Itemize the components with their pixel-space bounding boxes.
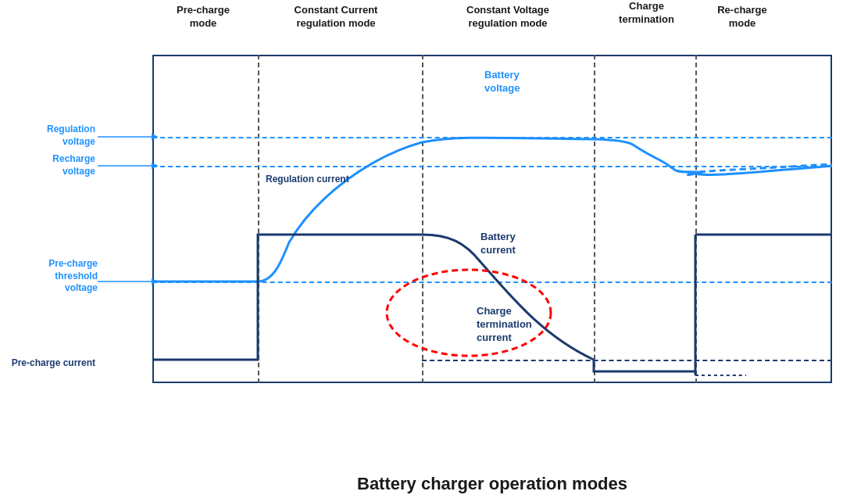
mode-label-cv: Constant Voltageregulation mode [422,4,594,30]
main-container: Pre-chargemode Constant Currentregulatio… [0,0,868,502]
mode-label-cc: Constant Currentregulation mode [258,4,414,30]
regulation-voltage-label: Regulationvoltage [2,124,95,148]
precharge-threshold-label: Pre-chargethresholdvoltage [0,258,98,295]
svg-point-3 [387,270,551,356]
chart-title: Battery charger operation modes [152,474,832,494]
mode-label-recharge: Re-chargemode [695,4,789,30]
mode-label-precharge: Pre-chargemode [152,4,254,30]
precharge-threshold-arrow [94,274,160,289]
regulation-voltage-arrow [94,129,160,145]
battery-current-label: Batterycurrent [480,231,516,257]
battery-voltage-label: Batteryvoltage [484,69,520,95]
recharge-voltage-arrow [94,158,160,174]
regulation-current-label: Regulation current [266,174,349,185]
termination-ellipse [383,266,555,360]
mode-label-termination: Chargetermination [594,0,699,27]
recharge-voltage-label: Rechargevoltage [2,153,95,177]
precharge-current-label: Pre-charge current [2,357,95,368]
